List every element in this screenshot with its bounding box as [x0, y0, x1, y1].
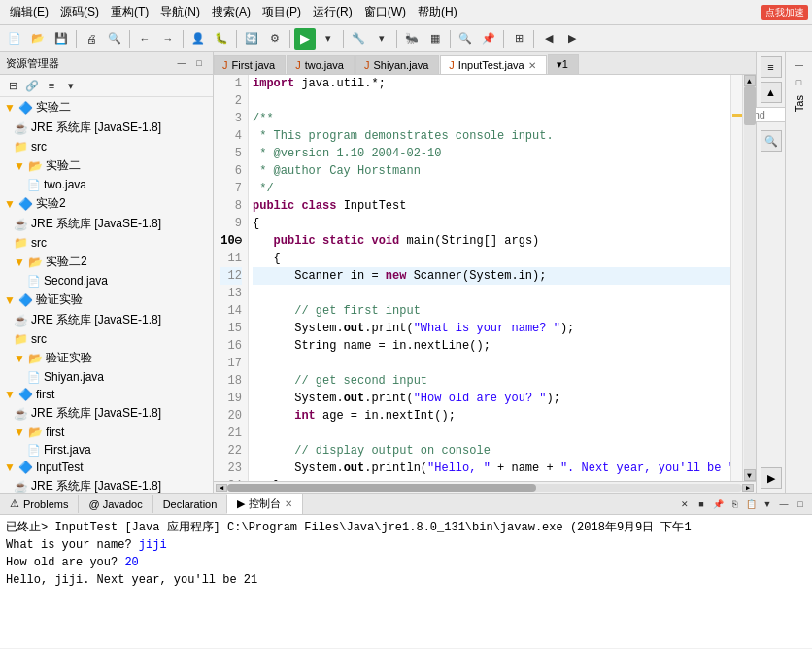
prev-nav[interactable]: ◀ — [538, 28, 559, 50]
menu-item-search[interactable]: 搜索(A) — [206, 2, 256, 22]
run-dropdown[interactable]: ▾ — [318, 28, 339, 50]
task-maximize[interactable]: □ — [791, 74, 808, 91]
new-button[interactable]: 📄 — [4, 28, 25, 50]
pin-button[interactable]: 📌 — [478, 28, 499, 50]
tab-console-close[interactable]: ✕ — [285, 498, 292, 509]
right-btn-1[interactable]: ≡ — [761, 56, 782, 78]
code-content[interactable]: import java.util.*; /** * This program d… — [249, 75, 742, 481]
console-maximize-btn[interactable]: □ — [793, 496, 808, 512]
console-clear-btn[interactable]: ✕ — [677, 496, 693, 512]
sidebar-item-shiyan2[interactable]: ▼ 🔷 实验2 — [0, 193, 213, 214]
console-minimize-btn[interactable]: — — [776, 496, 792, 512]
tab-shiyan-java[interactable]: J Shiyan.java — [355, 55, 439, 74]
scroll-thumb[interactable] — [744, 86, 756, 125]
print-button[interactable]: 🖨 — [81, 28, 102, 50]
java-file-icon-2: 📄 — [27, 275, 41, 288]
refresh-button[interactable]: 🔄 — [241, 28, 262, 50]
menu-item-refactor[interactable]: 重构(T) — [105, 2, 154, 22]
sidebar-item-yanzheng[interactable]: ▼ 🔷 验证实验 — [0, 290, 213, 310]
link-editor-button[interactable]: 🔗 — [23, 77, 41, 94]
scroll-right-button[interactable]: ▶ — [742, 484, 754, 492]
tab-close-icon[interactable]: ✕ — [528, 60, 536, 71]
sidebar-item-first-java[interactable]: 📄 First.java — [0, 441, 213, 459]
sidebar-item-jre-shiyanyi[interactable]: ☕ JRE 系统库 [JavaSE-1.8] — [0, 118, 213, 138]
console-pin-btn[interactable]: 📌 — [710, 496, 726, 512]
menu-item-edit[interactable]: 编辑(E) — [4, 2, 54, 22]
perspective-button[interactable]: 👤 — [187, 28, 209, 50]
menu-item-navigate[interactable]: 导航(N) — [154, 2, 206, 22]
sidebar-item-folder-yanzheng[interactable]: ▼ 📂 验证实验 — [0, 348, 213, 368]
tab-javadoc[interactable]: @ Javadoc — [79, 495, 152, 513]
open-button[interactable]: 📂 — [27, 28, 49, 50]
console-paste-btn[interactable]: 📋 — [743, 496, 759, 512]
task-minimize[interactable]: — — [791, 56, 808, 74]
subfolder2-label: 实验二2 — [46, 254, 87, 270]
horizontal-scrollbar[interactable]: ◀ ▶ — [214, 481, 756, 493]
run-button[interactable]: ▶ — [294, 28, 316, 50]
external-tools[interactable]: 🔧 — [348, 28, 369, 50]
sidebar-item-first[interactable]: ▼ 🔷 first — [0, 386, 213, 403]
tab-console[interactable]: ▶ 控制台 ✕ — [227, 494, 303, 514]
sidebar-item-jre-yanzheng[interactable]: ☕ JRE 系统库 [JavaSE-1.8] — [0, 310, 213, 330]
save-button[interactable]: 💾 — [51, 28, 72, 50]
project3-label: 验证实验 — [36, 291, 83, 308]
sidebar-item-second-java[interactable]: 📄 Second.java — [0, 272, 213, 290]
sidebar-item-jre-shiyan2[interactable]: ☕ JRE 系统库 [JavaSE-1.8] — [0, 214, 213, 234]
console-stop-btn[interactable]: ■ — [694, 496, 709, 512]
console-copy-btn[interactable]: ⎘ — [727, 496, 742, 512]
sidebar-item-two-java[interactable]: 📄 two.java — [0, 176, 213, 193]
tab-declaration[interactable]: Declaration — [153, 495, 228, 513]
sidebar-item-src-shiyanyi[interactable]: 📁 src — [0, 138, 213, 155]
tab-first-java[interactable]: J First.java — [214, 55, 286, 74]
sidebar-item-src-yanzheng[interactable]: 📁 src — [0, 330, 213, 348]
collapse-all-button[interactable]: ⊟ — [4, 77, 21, 94]
scroll-track[interactable] — [744, 86, 756, 469]
layout-button[interactable]: ⊞ — [508, 28, 529, 50]
debug-btn[interactable]: 🐛 — [211, 28, 232, 50]
external-tools-dropdown[interactable]: ▾ — [371, 28, 392, 50]
ant-button[interactable]: 🐜 — [401, 28, 423, 50]
sidebar-item-shiyanyi[interactable]: ▼ 🔷 实验二 — [0, 97, 213, 118]
right-find-btn[interactable]: 🔍 — [761, 130, 782, 152]
scroll-left-button[interactable]: ◀ — [216, 484, 227, 492]
coverage-button[interactable]: ▦ — [424, 28, 446, 50]
tab-problems[interactable]: ⚠ Problems — [0, 495, 79, 513]
menu-item-run[interactable]: 运行(R) — [307, 2, 358, 22]
right-btn-2[interactable]: ▲ — [761, 82, 782, 103]
forward-button[interactable]: → — [157, 28, 179, 50]
tab-overflow[interactable]: ▾1 — [548, 54, 579, 74]
tab-java-icon-2: J — [295, 59, 301, 71]
scroll-down-button[interactable]: ▼ — [744, 469, 756, 481]
tab-inputtest-java[interactable]: J InputTest.java ✕ — [440, 55, 546, 75]
console-collapse-btn[interactable]: ▼ — [760, 496, 775, 512]
sidebar-item-src-shiyan2[interactable]: 📁 src — [0, 234, 213, 252]
find-button[interactable]: 🔍 — [104, 28, 125, 50]
back-button[interactable]: ← — [134, 28, 155, 50]
tree-view-btn[interactable]: ≡ — [43, 77, 60, 94]
editor-code-area[interactable]: 12345 678910⊖ 1112131415 1617181920 2122… — [214, 75, 756, 481]
scroll-up-button[interactable]: ▲ — [744, 75, 756, 86]
sidebar-settings[interactable]: ▾ — [62, 77, 80, 94]
h-scroll-thumb[interactable] — [227, 484, 536, 492]
sidebar-minimize[interactable]: — — [174, 55, 189, 71]
sidebar-item-jre-inputtest[interactable]: ☕ JRE 系统库 [JavaSE-1.8] — [0, 476, 213, 493]
search-btn2[interactable]: 🔍 — [455, 28, 476, 50]
build-btn[interactable]: ⚙ — [264, 28, 286, 50]
vertical-scrollbar[interactable]: ▲ ▼ — [742, 75, 756, 481]
sidebar-maximize[interactable]: □ — [191, 55, 207, 71]
menu-item-project[interactable]: 项目(P) — [256, 2, 307, 22]
next-nav[interactable]: ▶ — [561, 28, 583, 50]
right-btn-expand[interactable]: ▶ — [761, 467, 782, 489]
h-scroll-track[interactable] — [227, 484, 742, 492]
tab-two-java[interactable]: J two.java — [287, 55, 355, 74]
menu-item-window[interactable]: 窗口(W) — [358, 2, 412, 22]
sidebar-item-folder-shiyan2[interactable]: ▼ 📂 实验二2 — [0, 252, 213, 272]
sidebar-item-inputtest[interactable]: ▼ 🔷 InputTest — [0, 459, 213, 476]
sidebar-item-jre-first[interactable]: ☕ JRE 系统库 [JavaSE-1.8] — [0, 403, 213, 424]
sidebar-item-shiyan-java[interactable]: 📄 Shiyan.java — [0, 368, 213, 386]
sidebar-item-folder-shiyanyi[interactable]: ▼ 📂 实验二 — [0, 155, 213, 176]
menu-item-source[interactable]: 源码(S) — [54, 2, 105, 22]
sidebar-item-folder-first[interactable]: ▼ 📂 first — [0, 424, 213, 441]
speed-badge-button[interactable]: 点我加速 — [761, 5, 808, 20]
menu-item-help[interactable]: 帮助(H) — [412, 2, 463, 22]
